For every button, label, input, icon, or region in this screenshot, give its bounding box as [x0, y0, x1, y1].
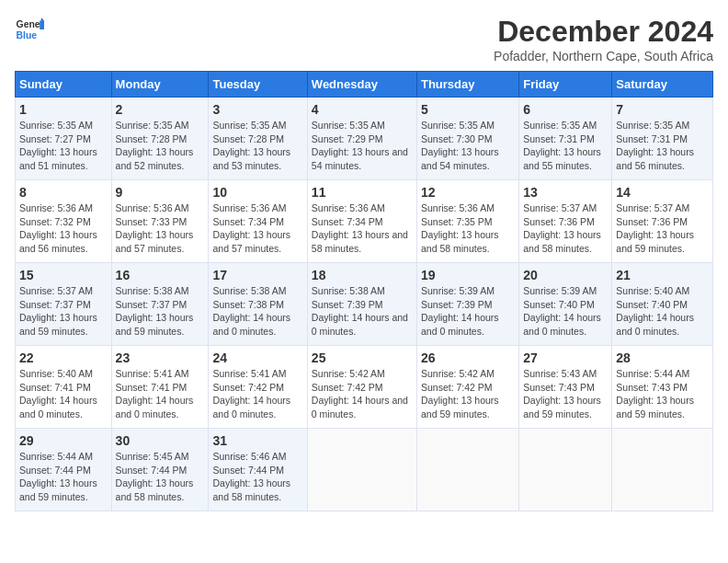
day-number: 16 — [116, 268, 205, 282]
day-detail: Sunrise: 5:35 AM Sunset: 7:27 PM Dayligh… — [19, 119, 108, 173]
calendar-week-row: 8 Sunrise: 5:36 AM Sunset: 7:32 PM Dayli… — [16, 180, 713, 263]
day-number: 12 — [421, 185, 515, 200]
day-number: 18 — [312, 268, 413, 282]
day-number: 1 — [19, 102, 108, 117]
day-detail: Sunrise: 5:43 AM Sunset: 7:43 PM Dayligh… — [523, 367, 608, 421]
day-detail: Sunrise: 5:40 AM Sunset: 7:40 PM Dayligh… — [616, 284, 709, 339]
calendar-cell: 11 Sunrise: 5:36 AM Sunset: 7:34 PM Dayl… — [307, 180, 416, 263]
calendar-cell — [307, 429, 416, 511]
calendar-cell — [612, 429, 713, 511]
calendar-cell: 16 Sunrise: 5:38 AM Sunset: 7:37 PM Dayl… — [111, 263, 209, 346]
calendar-cell: 9 Sunrise: 5:36 AM Sunset: 7:33 PM Dayli… — [111, 180, 209, 263]
day-number: 19 — [421, 268, 515, 282]
day-detail: Sunrise: 5:36 AM Sunset: 7:35 PM Dayligh… — [421, 201, 515, 256]
day-number: 14 — [616, 185, 709, 200]
day-detail: Sunrise: 5:44 AM Sunset: 7:43 PM Dayligh… — [616, 367, 709, 421]
calendar-cell: 17 Sunrise: 5:38 AM Sunset: 7:38 PM Dayl… — [209, 263, 307, 346]
calendar-cell: 15 Sunrise: 5:37 AM Sunset: 7:37 PM Dayl… — [16, 263, 112, 346]
day-number: 23 — [116, 350, 205, 365]
day-detail: Sunrise: 5:38 AM Sunset: 7:37 PM Dayligh… — [116, 284, 205, 339]
location-subtitle: Pofadder, Northern Cape, South Africa — [494, 49, 713, 63]
day-detail: Sunrise: 5:35 AM Sunset: 7:29 PM Dayligh… — [312, 119, 413, 173]
day-detail: Sunrise: 5:39 AM Sunset: 7:40 PM Dayligh… — [523, 284, 608, 339]
calendar-cell — [416, 429, 518, 511]
logo-icon: General Blue — [15, 15, 44, 44]
calendar-cell: 18 Sunrise: 5:38 AM Sunset: 7:39 PM Dayl… — [307, 263, 416, 346]
calendar-cell — [519, 429, 612, 511]
calendar-cell: 21 Sunrise: 5:40 AM Sunset: 7:40 PM Dayl… — [612, 263, 713, 346]
day-number: 27 — [523, 350, 608, 365]
calendar-header-row: Sunday Monday Tuesday Wednesday Thursday… — [16, 72, 713, 98]
calendar-cell: 8 Sunrise: 5:36 AM Sunset: 7:32 PM Dayli… — [16, 180, 112, 263]
day-detail: Sunrise: 5:35 AM Sunset: 7:28 PM Dayligh… — [116, 119, 205, 173]
calendar-cell: 20 Sunrise: 5:39 AM Sunset: 7:40 PM Dayl… — [519, 263, 612, 346]
calendar-cell: 13 Sunrise: 5:37 AM Sunset: 7:36 PM Dayl… — [519, 180, 612, 263]
day-detail: Sunrise: 5:37 AM Sunset: 7:36 PM Dayligh… — [616, 201, 709, 256]
day-number: 15 — [19, 268, 108, 282]
svg-text:Blue: Blue — [17, 30, 38, 40]
day-number: 6 — [523, 102, 608, 117]
calendar-cell: 22 Sunrise: 5:40 AM Sunset: 7:41 PM Dayl… — [16, 346, 112, 429]
calendar-week-row: 15 Sunrise: 5:37 AM Sunset: 7:37 PM Dayl… — [16, 263, 713, 346]
day-number: 22 — [19, 350, 108, 365]
calendar-cell: 27 Sunrise: 5:43 AM Sunset: 7:43 PM Dayl… — [519, 346, 612, 429]
day-number: 5 — [421, 102, 515, 117]
day-number: 11 — [312, 185, 413, 200]
calendar-week-row: 1 Sunrise: 5:35 AM Sunset: 7:27 PM Dayli… — [16, 98, 713, 180]
day-number: 21 — [616, 268, 709, 282]
calendar-cell: 1 Sunrise: 5:35 AM Sunset: 7:27 PM Dayli… — [16, 98, 112, 180]
col-friday: Friday — [519, 72, 612, 98]
calendar-cell: 29 Sunrise: 5:44 AM Sunset: 7:44 PM Dayl… — [16, 429, 112, 511]
day-detail: Sunrise: 5:41 AM Sunset: 7:41 PM Dayligh… — [116, 367, 205, 421]
page-header: General Blue December 2024 Pofadder, Nor… — [15, 15, 713, 63]
day-detail: Sunrise: 5:38 AM Sunset: 7:39 PM Dayligh… — [312, 284, 413, 339]
day-detail: Sunrise: 5:35 AM Sunset: 7:31 PM Dayligh… — [616, 119, 709, 173]
day-number: 28 — [616, 350, 709, 365]
calendar-cell: 19 Sunrise: 5:39 AM Sunset: 7:39 PM Dayl… — [416, 263, 518, 346]
col-sunday: Sunday — [16, 72, 112, 98]
title-area: December 2024 Pofadder, Northern Cape, S… — [494, 15, 713, 63]
day-number: 30 — [116, 433, 205, 448]
day-detail: Sunrise: 5:45 AM Sunset: 7:44 PM Dayligh… — [116, 450, 205, 504]
day-number: 8 — [19, 185, 108, 200]
col-saturday: Saturday — [612, 72, 713, 98]
day-number: 31 — [212, 433, 302, 448]
day-number: 10 — [212, 185, 302, 200]
day-detail: Sunrise: 5:37 AM Sunset: 7:37 PM Dayligh… — [19, 284, 108, 339]
day-detail: Sunrise: 5:35 AM Sunset: 7:30 PM Dayligh… — [421, 119, 515, 173]
day-detail: Sunrise: 5:36 AM Sunset: 7:33 PM Dayligh… — [116, 201, 205, 256]
day-detail: Sunrise: 5:44 AM Sunset: 7:44 PM Dayligh… — [19, 450, 108, 504]
day-number: 7 — [616, 102, 709, 117]
calendar-cell: 12 Sunrise: 5:36 AM Sunset: 7:35 PM Dayl… — [416, 180, 518, 263]
calendar-cell: 5 Sunrise: 5:35 AM Sunset: 7:30 PM Dayli… — [416, 98, 518, 180]
day-detail: Sunrise: 5:38 AM Sunset: 7:38 PM Dayligh… — [212, 284, 302, 339]
calendar-cell: 24 Sunrise: 5:41 AM Sunset: 7:42 PM Dayl… — [209, 346, 307, 429]
col-thursday: Thursday — [416, 72, 518, 98]
day-number: 9 — [116, 185, 205, 200]
day-detail: Sunrise: 5:36 AM Sunset: 7:34 PM Dayligh… — [312, 201, 413, 256]
col-monday: Monday — [111, 72, 209, 98]
day-number: 2 — [116, 102, 205, 117]
calendar-cell: 14 Sunrise: 5:37 AM Sunset: 7:36 PM Dayl… — [612, 180, 713, 263]
day-number: 26 — [421, 350, 515, 365]
col-wednesday: Wednesday — [307, 72, 416, 98]
calendar-week-row: 22 Sunrise: 5:40 AM Sunset: 7:41 PM Dayl… — [16, 346, 713, 429]
day-detail: Sunrise: 5:35 AM Sunset: 7:28 PM Dayligh… — [212, 119, 302, 173]
calendar-cell: 10 Sunrise: 5:36 AM Sunset: 7:34 PM Dayl… — [209, 180, 307, 263]
calendar-table: Sunday Monday Tuesday Wednesday Thursday… — [15, 71, 713, 511]
month-year-title: December 2024 — [494, 15, 713, 49]
calendar-cell: 23 Sunrise: 5:41 AM Sunset: 7:41 PM Dayl… — [111, 346, 209, 429]
day-detail: Sunrise: 5:39 AM Sunset: 7:39 PM Dayligh… — [421, 284, 515, 339]
col-tuesday: Tuesday — [209, 72, 307, 98]
calendar-cell: 2 Sunrise: 5:35 AM Sunset: 7:28 PM Dayli… — [111, 98, 209, 180]
calendar-cell: 6 Sunrise: 5:35 AM Sunset: 7:31 PM Dayli… — [519, 98, 612, 180]
day-number: 20 — [523, 268, 608, 282]
day-detail: Sunrise: 5:40 AM Sunset: 7:41 PM Dayligh… — [19, 367, 108, 421]
calendar-cell: 28 Sunrise: 5:44 AM Sunset: 7:43 PM Dayl… — [612, 346, 713, 429]
day-detail: Sunrise: 5:42 AM Sunset: 7:42 PM Dayligh… — [312, 367, 413, 421]
day-number: 4 — [312, 102, 413, 117]
calendar-cell: 7 Sunrise: 5:35 AM Sunset: 7:31 PM Dayli… — [612, 98, 713, 180]
day-number: 29 — [19, 433, 108, 448]
calendar-cell: 26 Sunrise: 5:42 AM Sunset: 7:42 PM Dayl… — [416, 346, 518, 429]
day-detail: Sunrise: 5:35 AM Sunset: 7:31 PM Dayligh… — [523, 119, 608, 173]
